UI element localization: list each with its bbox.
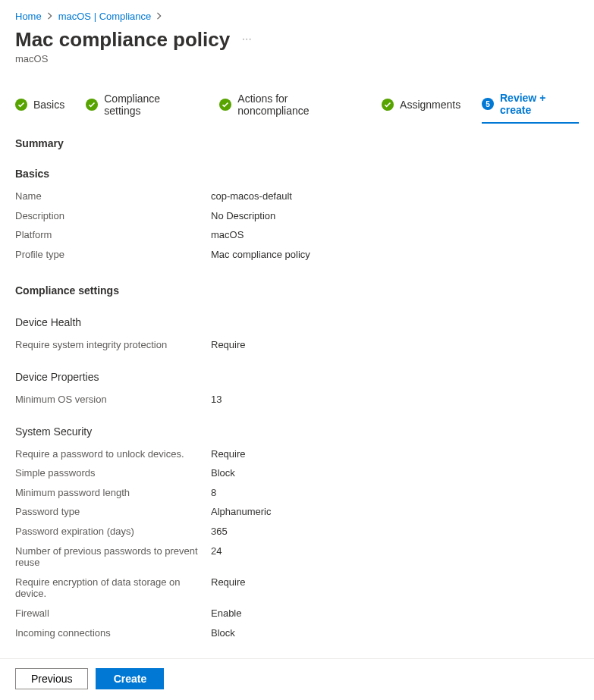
label-min-os: Minimum OS version	[15, 394, 211, 406]
breadcrumb-macos-compliance[interactable]: macOS | Compliance	[58, 11, 152, 22]
basics-heading: Basics	[15, 168, 579, 180]
row-firewall: Firewall Enable	[15, 607, 579, 620]
value-description: No Description	[211, 210, 275, 222]
label-simple-pw: Simple passwords	[15, 467, 211, 479]
previous-button[interactable]: Previous	[15, 668, 88, 689]
value-encrypt: Require	[211, 576, 246, 600]
chevron-right-icon	[46, 11, 54, 22]
value-firewall: Enable	[211, 607, 241, 620]
check-circle-icon	[15, 99, 27, 111]
label-encrypt: Require encryption of data storage on de…	[15, 576, 211, 600]
row-min-os: Minimum OS version 13	[15, 394, 579, 406]
tab-compliance-settings[interactable]: Compliance settings	[86, 93, 198, 123]
step-number-icon: 5	[482, 98, 494, 110]
footer-bar: Previous Create	[0, 658, 594, 700]
label-platform: Platform	[15, 229, 211, 241]
device-health-heading: Device Health	[15, 316, 579, 328]
value-profile-type: Mac compliance policy	[211, 249, 310, 261]
page-title: Mac compliance policy	[15, 28, 230, 52]
row-description: Description No Description	[15, 210, 579, 222]
tab-assignments[interactable]: Assignments	[382, 99, 460, 117]
value-platform: macOS	[211, 229, 244, 241]
tab-assignments-label: Assignments	[400, 99, 460, 111]
value-prev-pw: 24	[211, 545, 222, 569]
row-min-len: Minimum password length 8	[15, 487, 579, 499]
row-platform: Platform macOS	[15, 229, 579, 241]
row-stealth: Stealth Mode Enable	[15, 646, 579, 647]
breadcrumb-home[interactable]: Home	[15, 11, 42, 22]
tab-actions-noncompliance[interactable]: Actions for noncompliance	[219, 93, 360, 123]
row-pw-exp: Password expiration (days) 365	[15, 526, 579, 538]
page-title-row: Mac compliance policy ···	[0, 24, 594, 52]
compliance-settings-heading: Compliance settings	[15, 284, 579, 297]
tab-actions-label: Actions for noncompliance	[237, 93, 360, 117]
more-actions-button[interactable]: ···	[242, 33, 252, 46]
label-pw-exp: Password expiration (days)	[15, 526, 211, 538]
value-incoming: Block	[211, 627, 235, 639]
label-firewall: Firewall	[15, 607, 211, 620]
value-stealth: Enable	[211, 646, 241, 647]
label-pw-type: Password type	[15, 506, 211, 518]
value-simple-pw: Block	[211, 467, 235, 479]
tab-review-label: Review + create	[500, 92, 579, 116]
row-encrypt: Require encryption of data storage on de…	[15, 576, 579, 600]
label-profile-type: Profile type	[15, 249, 211, 261]
label-incoming: Incoming connections	[15, 627, 211, 639]
content-pane: Summary Basics Name cop-macos-default De…	[0, 124, 594, 647]
breadcrumb: Home macOS | Compliance	[0, 0, 594, 24]
check-circle-icon	[86, 99, 98, 111]
value-min-os: 13	[211, 394, 222, 406]
chevron-right-icon	[156, 11, 163, 22]
label-prev-pw: Number of previous passwords to prevent …	[15, 545, 211, 569]
tab-review-create[interactable]: 5 Review + create	[482, 92, 579, 124]
device-properties-heading: Device Properties	[15, 371, 579, 383]
value-min-len: 8	[211, 487, 216, 499]
label-req-password: Require a password to unlock devices.	[15, 448, 211, 460]
label-sip: Require system integrity protection	[15, 339, 211, 351]
tab-basics-label: Basics	[33, 99, 64, 111]
row-profile-type: Profile type Mac compliance policy	[15, 249, 579, 261]
label-min-len: Minimum password length	[15, 487, 211, 499]
check-circle-icon	[382, 99, 394, 111]
row-req-password: Require a password to unlock devices. Re…	[15, 448, 579, 460]
summary-heading: Summary	[15, 137, 579, 149]
page-subtitle: macOS	[0, 52, 594, 64]
label-name: Name	[15, 190, 211, 202]
value-req-password: Require	[211, 448, 246, 460]
row-simple-pw: Simple passwords Block	[15, 467, 579, 479]
wizard-tabs: Basics Compliance settings Actions for n…	[0, 64, 594, 124]
check-circle-icon	[219, 99, 231, 111]
row-incoming: Incoming connections Block	[15, 627, 579, 639]
row-name: Name cop-macos-default	[15, 190, 579, 202]
label-stealth: Stealth Mode	[15, 646, 211, 647]
system-security-heading: System Security	[15, 425, 579, 438]
value-name: cop-macos-default	[211, 190, 292, 202]
tab-basics[interactable]: Basics	[15, 99, 64, 117]
value-pw-exp: 365	[211, 526, 228, 538]
row-prev-pw: Number of previous passwords to prevent …	[15, 545, 579, 569]
label-description: Description	[15, 210, 211, 222]
create-button[interactable]: Create	[96, 668, 164, 689]
row-sip: Require system integrity protection Requ…	[15, 339, 579, 351]
value-pw-type: Alphanumeric	[211, 506, 272, 518]
row-pw-type: Password type Alphanumeric	[15, 506, 579, 518]
value-sip: Require	[211, 339, 246, 351]
tab-compliance-label: Compliance settings	[104, 93, 198, 117]
